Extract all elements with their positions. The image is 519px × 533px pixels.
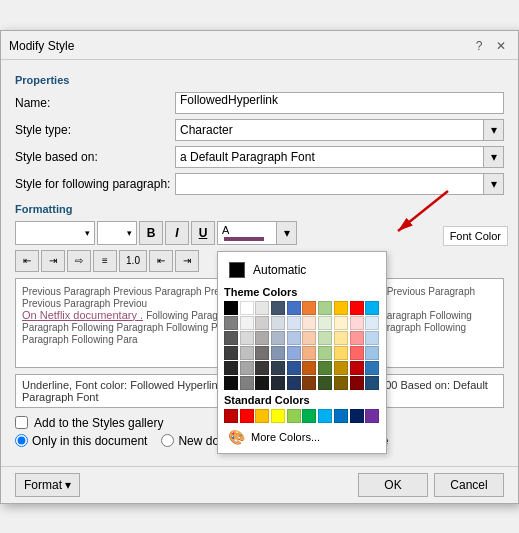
- indent-increase-btn[interactable]: ⇥: [175, 250, 199, 272]
- align-center-btn[interactable]: ⇥: [41, 250, 65, 272]
- bold-button[interactable]: B: [139, 221, 163, 245]
- theme-color-cell[interactable]: [255, 301, 269, 315]
- theme-color-cell[interactable]: [350, 361, 364, 375]
- align-left-btn[interactable]: ⇤: [15, 250, 39, 272]
- theme-color-cell[interactable]: [302, 361, 316, 375]
- theme-color-cell[interactable]: [287, 331, 301, 345]
- theme-color-cell[interactable]: [287, 301, 301, 315]
- theme-color-cell[interactable]: [334, 331, 348, 345]
- standard-color-cell[interactable]: [350, 409, 364, 423]
- theme-color-cell[interactable]: [318, 346, 332, 360]
- theme-color-cell[interactable]: [318, 301, 332, 315]
- theme-color-cell[interactable]: [271, 301, 285, 315]
- theme-color-cell[interactable]: [224, 331, 238, 345]
- style-based-dropdown[interactable]: a Default Paragraph Font: [175, 146, 484, 168]
- font-color-button[interactable]: A: [217, 221, 277, 245]
- theme-color-cell[interactable]: [287, 316, 301, 330]
- theme-color-cell[interactable]: [350, 346, 364, 360]
- theme-color-cell[interactable]: [302, 346, 316, 360]
- theme-color-cell[interactable]: [302, 376, 316, 390]
- theme-color-cell[interactable]: [318, 316, 332, 330]
- theme-color-cell[interactable]: [334, 316, 348, 330]
- align-right-btn[interactable]: ⇨: [67, 250, 91, 272]
- theme-color-cell[interactable]: [365, 376, 379, 390]
- theme-color-cell[interactable]: [365, 346, 379, 360]
- more-colors-row[interactable]: 🎨 More Colors...: [224, 427, 380, 447]
- close-button[interactable]: ✕: [492, 37, 510, 55]
- standard-color-cell[interactable]: [334, 409, 348, 423]
- format-menu-button[interactable]: Format ▾: [15, 473, 80, 497]
- theme-color-cell[interactable]: [255, 316, 269, 330]
- help-button[interactable]: ?: [470, 37, 488, 55]
- standard-color-cell[interactable]: [255, 409, 269, 423]
- automatic-color-row[interactable]: Automatic: [224, 258, 380, 282]
- theme-color-cell[interactable]: [224, 301, 238, 315]
- align-justify-btn[interactable]: ≡: [93, 250, 117, 272]
- theme-color-cell[interactable]: [334, 301, 348, 315]
- theme-color-cell[interactable]: [334, 376, 348, 390]
- theme-color-cell[interactable]: [271, 331, 285, 345]
- theme-color-cell[interactable]: [365, 361, 379, 375]
- standard-color-cell[interactable]: [287, 409, 301, 423]
- ok-button[interactable]: OK: [358, 473, 428, 497]
- theme-color-cell[interactable]: [302, 331, 316, 345]
- name-input[interactable]: FollowedHyperlink: [175, 92, 504, 114]
- theme-color-cell[interactable]: [240, 316, 254, 330]
- font-family-dropdown[interactable]: ▾: [15, 221, 95, 245]
- theme-color-cell[interactable]: [350, 316, 364, 330]
- add-to-gallery-checkbox[interactable]: [15, 416, 28, 429]
- style-following-dropdown[interactable]: [175, 173, 484, 195]
- theme-color-cell[interactable]: [287, 361, 301, 375]
- indent-decrease-btn[interactable]: ⇤: [149, 250, 173, 272]
- theme-color-cell[interactable]: [240, 361, 254, 375]
- theme-color-cell[interactable]: [318, 361, 332, 375]
- theme-color-cell[interactable]: [240, 331, 254, 345]
- italic-button[interactable]: I: [165, 221, 189, 245]
- radio-only-document-input[interactable]: [15, 434, 28, 447]
- style-type-dropdown-btn[interactable]: ▾: [484, 119, 504, 141]
- font-color-dropdown-btn[interactable]: ▾: [277, 221, 297, 245]
- theme-color-cell[interactable]: [271, 376, 285, 390]
- theme-color-cell[interactable]: [240, 301, 254, 315]
- standard-color-cell[interactable]: [365, 409, 379, 423]
- theme-color-cell[interactable]: [224, 376, 238, 390]
- style-based-dropdown-btn[interactable]: ▾: [484, 146, 504, 168]
- standard-color-cell[interactable]: [240, 409, 254, 423]
- cancel-button[interactable]: Cancel: [434, 473, 504, 497]
- theme-color-cell[interactable]: [271, 316, 285, 330]
- theme-color-cell[interactable]: [271, 346, 285, 360]
- theme-color-cell[interactable]: [350, 376, 364, 390]
- standard-color-cell[interactable]: [271, 409, 285, 423]
- theme-color-cell[interactable]: [318, 331, 332, 345]
- theme-color-cell[interactable]: [271, 361, 285, 375]
- theme-color-cell[interactable]: [287, 376, 301, 390]
- theme-color-cell[interactable]: [240, 376, 254, 390]
- theme-color-cell[interactable]: [224, 346, 238, 360]
- theme-color-cell[interactable]: [318, 376, 332, 390]
- theme-color-cell[interactable]: [334, 346, 348, 360]
- style-following-dropdown-btn[interactable]: ▾: [484, 173, 504, 195]
- standard-color-cell[interactable]: [318, 409, 332, 423]
- standard-color-cell[interactable]: [224, 409, 238, 423]
- style-type-dropdown[interactable]: Character: [175, 119, 484, 141]
- font-size-dropdown[interactable]: ▾: [97, 221, 137, 245]
- theme-color-cell[interactable]: [365, 316, 379, 330]
- theme-color-cell[interactable]: [302, 316, 316, 330]
- standard-color-cell[interactable]: [302, 409, 316, 423]
- underline-button[interactable]: U: [191, 221, 215, 245]
- theme-color-cell[interactable]: [255, 361, 269, 375]
- theme-color-cell[interactable]: [365, 301, 379, 315]
- theme-color-cell[interactable]: [287, 346, 301, 360]
- theme-color-cell[interactable]: [224, 316, 238, 330]
- line-spacing-btn[interactable]: 1.0: [119, 250, 147, 272]
- theme-color-cell[interactable]: [365, 331, 379, 345]
- theme-color-cell[interactable]: [350, 301, 364, 315]
- theme-color-cell[interactable]: [255, 346, 269, 360]
- theme-color-cell[interactable]: [350, 331, 364, 345]
- theme-color-cell[interactable]: [302, 301, 316, 315]
- radio-new-documents-input[interactable]: [161, 434, 174, 447]
- theme-color-cell[interactable]: [255, 376, 269, 390]
- theme-color-cell[interactable]: [334, 361, 348, 375]
- theme-color-cell[interactable]: [255, 331, 269, 345]
- theme-color-cell[interactable]: [224, 361, 238, 375]
